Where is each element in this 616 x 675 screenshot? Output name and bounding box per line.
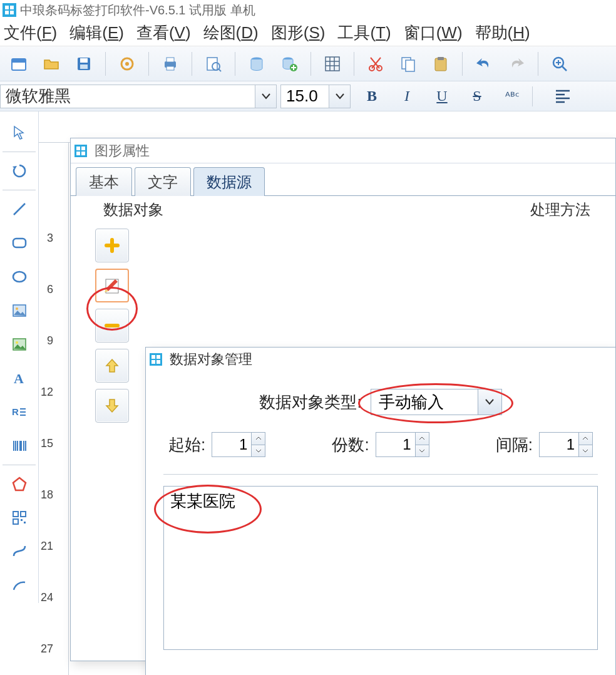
align-left-icon[interactable] xyxy=(549,85,577,108)
database-icon[interactable] xyxy=(243,50,270,78)
image-tool-icon[interactable] xyxy=(3,294,36,327)
toolbar-separator xyxy=(538,52,538,76)
tab-basic[interactable]: 基本 xyxy=(76,167,132,196)
start-input[interactable] xyxy=(212,432,252,457)
line-tool-icon[interactable] xyxy=(3,193,36,225)
menu-file[interactable]: 文件(F) xyxy=(4,22,57,44)
tab-text[interactable]: 文字 xyxy=(135,167,191,196)
svg-line-27 xyxy=(562,66,567,71)
interval-label: 间隔: xyxy=(496,434,533,456)
ellipse-tool-icon[interactable] xyxy=(3,260,36,293)
copy-icon[interactable] xyxy=(394,50,422,78)
app-title: 中琅条码标签打印软件-V6.5.1 试用版 单机 xyxy=(20,2,255,19)
svg-text:A: A xyxy=(14,371,24,386)
data-text-input[interactable] xyxy=(163,486,598,650)
svg-line-16 xyxy=(218,69,221,71)
svg-rect-1 xyxy=(10,6,14,9)
spin-down-icon[interactable] xyxy=(252,445,265,457)
spin-down-icon[interactable] xyxy=(416,445,429,457)
group-data-object: 数据对象 xyxy=(103,200,163,220)
add-data-button[interactable] xyxy=(95,229,129,262)
menu-help[interactable]: 帮助(H) xyxy=(475,22,530,44)
new-doc-icon[interactable] xyxy=(5,50,33,78)
rotate-tool-icon[interactable] xyxy=(3,155,36,187)
svg-rect-44 xyxy=(76,152,80,155)
strikethrough-button[interactable]: S xyxy=(463,85,491,108)
bold-button[interactable]: B xyxy=(358,85,386,108)
toolbar-separator xyxy=(311,52,311,76)
interval-input[interactable] xyxy=(539,432,579,457)
svg-rect-38 xyxy=(21,512,26,517)
svg-rect-50 xyxy=(157,360,160,364)
font-family-combo[interactable]: 微软雅黑 xyxy=(0,85,277,108)
manage-dialog-titlebar[interactable]: 数据对象管理 xyxy=(146,348,615,371)
svg-rect-49 xyxy=(151,360,155,364)
pointer-tool-icon[interactable] xyxy=(3,116,36,149)
svg-point-10 xyxy=(125,62,129,66)
properties-body: 数据对象 处理方法 xyxy=(71,196,615,229)
chevron-down-icon[interactable] xyxy=(255,85,276,108)
menu-draw[interactable]: 绘图(D) xyxy=(203,22,259,44)
underline-button[interactable]: U xyxy=(428,85,456,108)
richtext-tool-icon[interactable]: R xyxy=(3,396,36,428)
svg-rect-8 xyxy=(80,64,88,69)
undo-icon[interactable] xyxy=(470,50,498,78)
tab-datasource[interactable]: 数据源 xyxy=(193,167,265,196)
menu-window[interactable]: 窗口(W) xyxy=(404,22,463,44)
settings-icon[interactable] xyxy=(113,50,141,78)
move-up-button[interactable] xyxy=(95,349,129,383)
database-add-icon[interactable] xyxy=(275,50,303,78)
start-label: 起始: xyxy=(168,434,205,456)
spellcheck-icon[interactable]: ᴬᴮᶜ xyxy=(498,85,526,108)
italic-button[interactable]: I xyxy=(393,85,421,108)
copies-spinner[interactable] xyxy=(376,431,429,458)
properties-window-titlebar[interactable]: 图形属性 xyxy=(71,138,615,163)
menu-view[interactable]: 查看(V) xyxy=(136,22,191,44)
barcode-tool-icon[interactable] xyxy=(3,430,36,462)
arc-tool-icon[interactable] xyxy=(3,569,36,602)
roundrect-tool-icon[interactable] xyxy=(3,227,36,259)
ruler-label: 18 xyxy=(41,488,53,502)
open-icon[interactable] xyxy=(38,50,65,78)
print-icon[interactable] xyxy=(157,50,184,78)
print-preview-icon[interactable] xyxy=(200,50,227,78)
paste-icon[interactable] xyxy=(427,50,454,78)
font-size-combo[interactable]: 15.0 xyxy=(280,85,351,108)
interval-spinner[interactable] xyxy=(539,431,593,458)
zoom-in-icon[interactable] xyxy=(546,50,573,78)
ruler-label: 3 xyxy=(47,232,53,245)
titlebar: 中琅条码标签打印软件-V6.5.1 试用版 单机 xyxy=(0,0,616,20)
move-down-button[interactable] xyxy=(95,389,129,423)
svg-rect-0 xyxy=(5,6,9,9)
svg-rect-25 xyxy=(438,57,444,60)
picture-tool-icon[interactable] xyxy=(3,328,36,361)
svg-rect-29 xyxy=(13,239,26,247)
main-toolbar xyxy=(0,46,616,81)
text-tool-icon[interactable]: A xyxy=(3,362,36,394)
curve-tool-icon[interactable] xyxy=(3,535,36,568)
svg-line-28 xyxy=(14,204,25,215)
chevron-down-icon[interactable] xyxy=(478,389,501,415)
menu-shape[interactable]: 图形(S) xyxy=(271,22,326,44)
polygon-tool-icon[interactable] xyxy=(3,468,36,500)
spin-up-icon[interactable] xyxy=(579,433,592,445)
ruler-vertical: 3 6 9 12 15 18 21 24 27 xyxy=(39,143,69,675)
menu-tool[interactable]: 工具(T) xyxy=(337,22,391,44)
spin-up-icon[interactable] xyxy=(416,433,429,445)
data-type-combo[interactable]: 手动输入 xyxy=(371,389,502,415)
cut-icon[interactable] xyxy=(362,50,389,78)
remove-data-button[interactable] xyxy=(95,309,129,343)
svg-rect-23 xyxy=(406,60,414,71)
ruler-label: 9 xyxy=(47,334,53,348)
qrcode-tool-icon[interactable] xyxy=(3,502,36,534)
edit-data-button[interactable] xyxy=(95,269,129,302)
save-icon[interactable] xyxy=(70,50,98,78)
spin-up-icon[interactable] xyxy=(252,433,265,445)
chevron-down-icon[interactable] xyxy=(329,85,350,108)
menu-edit[interactable]: 编辑(E) xyxy=(69,22,124,44)
start-spinner[interactable] xyxy=(212,431,265,458)
redo-icon[interactable] xyxy=(503,50,530,78)
spin-down-icon[interactable] xyxy=(579,445,592,457)
grid-icon[interactable] xyxy=(319,50,346,78)
copies-input[interactable] xyxy=(376,432,416,457)
